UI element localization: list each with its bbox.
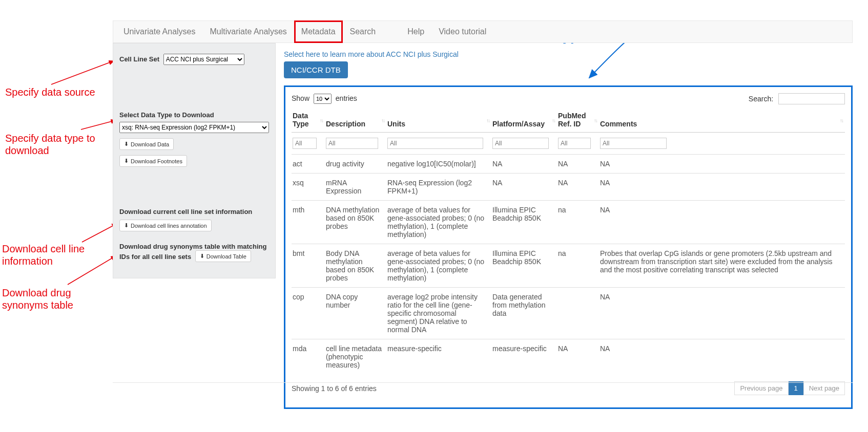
cell-units: average of beta values for gene-associat… (386, 201, 491, 244)
cell-comments: NA (599, 339, 845, 375)
download-icon: ⬇ (124, 158, 129, 164)
cell-type: act (292, 155, 325, 174)
cell-desc: cell line metadata (phenotypic measures) (325, 339, 386, 375)
data-table: Data Type↑↓ Description↑↓ Units↑↓ Platfo… (292, 109, 845, 374)
filter-pubmed[interactable] (558, 138, 591, 149)
table-info: Showing 1 to 6 of 6 entries (292, 384, 377, 393)
cell-platform: Data generated from methylation data (491, 288, 557, 339)
cell-pubmed: NA (557, 339, 599, 375)
annotation-cl-info: Download cell line information (2, 243, 105, 267)
filter-units[interactable] (387, 138, 483, 149)
cell-comments: Probes that overlap CpG islands or gene … (599, 244, 845, 288)
sort-icon: ↑↓ (840, 118, 843, 123)
download-cl-label: Download cell lines annotation (131, 223, 207, 229)
cell-comments: NA (599, 174, 845, 201)
cell-desc: drug activity (325, 155, 386, 174)
cell-type: cop (292, 288, 325, 339)
cell-desc: DNA methylation based on 850K probes (325, 201, 386, 244)
table-row: bmtBody DNA methylation based on 850K pr… (292, 244, 845, 288)
cell-platform: Illumina EPIC Beadchip 850K (491, 201, 557, 244)
nav-search[interactable]: Search (343, 20, 383, 43)
filter-platform[interactable] (492, 138, 549, 149)
download-cl-button[interactable]: ⬇ Download cell lines annotation (119, 220, 212, 231)
download-icon: ⬇ (124, 141, 129, 147)
table-row: actdrug activitynegative log10[IC50(mola… (292, 155, 845, 174)
table-row: mthDNA methylation based on 850K probesa… (292, 201, 845, 244)
col-pubmed[interactable]: PubMed Ref. ID↑↓ (557, 109, 599, 133)
search-input[interactable] (778, 93, 845, 104)
nav-univariate[interactable]: Univariate Analyses (116, 20, 203, 43)
sort-icon: ↑↓ (381, 118, 384, 123)
filter-description[interactable] (326, 138, 378, 149)
download-syn-label: Download Table (206, 253, 246, 260)
nav-bar: Univariate Analyses Multivariate Analyse… (113, 20, 853, 43)
cell-type: mda (292, 339, 325, 375)
col-comments[interactable]: Comments↑↓ (599, 109, 845, 133)
col-units[interactable]: Units↑↓ (386, 109, 491, 133)
download-footnotes-button[interactable]: ⬇ Download Footnotes (119, 155, 187, 167)
cell-line-set-label: Cell Line Set (119, 55, 159, 63)
nav-help[interactable]: Help (400, 20, 431, 43)
show-suffix: entries (336, 94, 357, 102)
download-data-label: Download Data (131, 141, 169, 147)
download-syn-button[interactable]: ⬇ Download Table (195, 250, 251, 262)
cell-platform: measure-specific (491, 339, 557, 375)
sort-icon: ↑↓ (594, 118, 597, 123)
prev-page-button[interactable]: Previous page (734, 381, 788, 395)
learn-more-link[interactable]: Select here to learn more about ACC NCI … (284, 50, 459, 58)
cell-units: RNA-seq Expression (log2 FPKM+1) (386, 174, 491, 201)
annotation-data-source: Specify data source (5, 86, 95, 98)
cell-pubmed: na (557, 244, 599, 288)
nav-multivariate[interactable]: Multivariate Analyses (203, 20, 294, 43)
cell-line-set-select[interactable]: ACC NCI plus Surgical (163, 54, 244, 65)
cell-platform: NA (491, 155, 557, 174)
annotation-data-type: Specify data type to download (5, 132, 108, 157)
cell-units: average log2 probe intensity ratio for t… (386, 288, 491, 339)
show-prefix: Show (292, 94, 309, 102)
table-row: copDNA copy numberaverage log2 probe int… (292, 288, 845, 339)
col-data-type[interactable]: Data Type↑↓ (292, 109, 325, 133)
cell-desc: DNA copy number (325, 288, 386, 339)
search-label: Search: (749, 95, 773, 103)
sort-icon: ↑↓ (486, 118, 489, 123)
cell-pubmed: na (557, 201, 599, 244)
cell-type: xsq (292, 174, 325, 201)
cell-type: bmt (292, 244, 325, 288)
sort-icon: ↑↓ (320, 118, 323, 123)
cell-platform: Illumina EPIC Beadchip 850K (491, 244, 557, 288)
dtb-button[interactable]: NCI/CCR DTB (284, 61, 348, 78)
col-platform[interactable]: Platform/Assay↑↓ (491, 109, 557, 133)
cell-desc: mRNA Expression (325, 174, 386, 201)
filter-data-type[interactable] (293, 138, 317, 149)
svg-line-0 (51, 61, 114, 84)
download-cl-heading: Download current cell line set informati… (119, 208, 269, 215)
entries-select[interactable]: 10 (314, 94, 332, 104)
nav-video[interactable]: Video tutorial (431, 20, 493, 43)
download-icon: ⬇ (124, 222, 129, 229)
cell-units: negative log10[IC50(molar)] (386, 155, 491, 174)
sort-icon: ↑↓ (552, 118, 555, 123)
cell-comments: NA (599, 288, 845, 339)
table-row: mdacell line metadata (phenotypic measur… (292, 339, 845, 375)
table-region: Show 10 entries Search: (284, 85, 853, 409)
nav-metadata[interactable]: Metadata (294, 20, 343, 43)
cell-units: measure-specific (386, 339, 491, 375)
cell-pubmed: NA (557, 155, 599, 174)
cell-comments: NA (599, 155, 845, 174)
filter-comments[interactable] (600, 138, 667, 149)
data-type-label: Select Data Type to Download (119, 111, 269, 119)
cell-comments: NA (599, 201, 845, 244)
download-data-button[interactable]: ⬇ Download Data (119, 138, 174, 150)
annotation-syn-table: Download drug synonyms table (2, 287, 105, 311)
cell-units: average of beta values for gene-associat… (386, 244, 491, 288)
bottom-rule (113, 382, 853, 383)
left-panel: Cell Line Set ACC NCI plus Surgical Sele… (113, 43, 276, 278)
col-description[interactable]: Description↑↓ (325, 109, 386, 133)
next-page-button[interactable]: Next page (803, 381, 845, 395)
data-type-select[interactable]: xsq: RNA-seq Expression (log2 FPKM+1) (119, 122, 269, 133)
pager: Previous page 1 Next page (734, 381, 845, 395)
cell-pubmed: NA (557, 174, 599, 201)
svg-line-1 (81, 120, 116, 129)
download-icon: ⬇ (200, 253, 204, 260)
page-number[interactable]: 1 (789, 381, 803, 395)
